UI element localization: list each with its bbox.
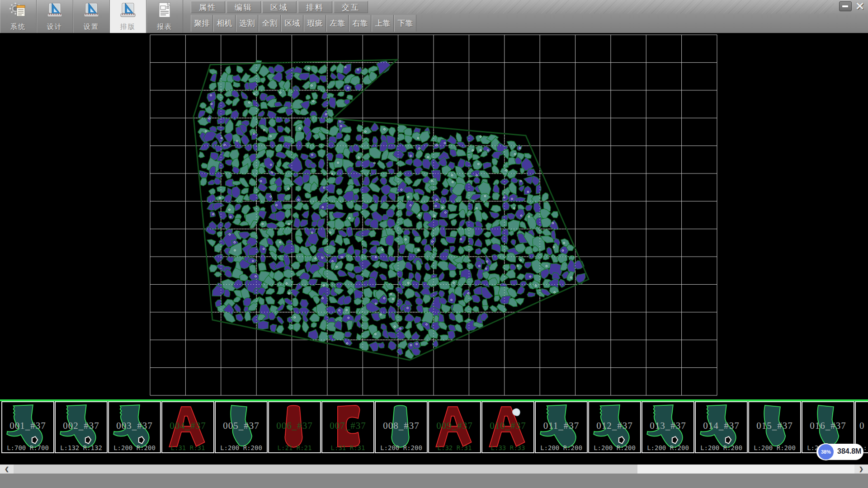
minimize-button[interactable]: [839, 1, 852, 11]
status-bar: [0, 474, 868, 488]
nav-nesting-button[interactable]: 排版: [110, 0, 146, 33]
tool-cluster-nest-button[interactable]: 聚排: [191, 15, 213, 32]
thumbnail-008[interactable]: 008_#37 L:200 R:200: [375, 401, 428, 453]
piece-id: 010_#37: [482, 420, 533, 432]
piece-lr: L:21 R:21: [269, 444, 320, 451]
window-controls: ✕: [839, 1, 865, 11]
piece-id: 015_#37: [749, 420, 800, 432]
menu-tab-bar: 属性 编辑 区域 排料 交互: [191, 1, 368, 13]
bottom-gap: [0, 454, 868, 465]
piece-id: 006_#37: [269, 420, 320, 432]
scroll-left-arrow[interactable]: ❮: [0, 465, 14, 474]
piece-id: 003_#37: [109, 420, 160, 432]
tool-defect-button[interactable]: 瑕疵: [304, 15, 326, 32]
piece-id: 007_#37: [322, 420, 373, 432]
thumbnail-013[interactable]: 013_#37 L:200 R:200: [642, 401, 694, 453]
nesting-canvas[interactable]: [0, 33, 868, 399]
tab-nesting[interactable]: 排料: [298, 1, 332, 13]
piece-lr: L:132 R:132: [56, 444, 107, 451]
piece-lr: L:200 R:200: [642, 444, 693, 451]
tool-align-top-button[interactable]: 上靠: [372, 15, 394, 32]
memory-usage: 384.8M: [837, 447, 861, 455]
piece-lr: L:31 R:31: [162, 444, 213, 451]
piece-id: 001_#37: [2, 420, 53, 432]
nav-report-button[interactable]: 报表: [146, 0, 183, 33]
nav-system-button[interactable]: 系统: [0, 0, 37, 33]
piece-lr: L:33 R:33: [482, 444, 533, 451]
piece-lr: L:200 R:200: [589, 444, 640, 451]
toolbar: 系统 设计 设置: [0, 0, 868, 33]
piece-id: 013_#37: [642, 420, 693, 432]
piece-lr: L:200 R:200: [109, 444, 160, 451]
tab-interact[interactable]: 交互: [334, 1, 368, 13]
thumbnail-005[interactable]: 005_#37 L:200 R:200: [215, 401, 268, 453]
piece-id: 011_#37: [536, 420, 587, 432]
piece-id: 016_#37: [802, 420, 854, 432]
nav-label: 排版: [110, 23, 146, 31]
thumbnail-015[interactable]: 015_#37 L:200 R:200: [748, 401, 801, 453]
system-gear-icon: [9, 1, 27, 20]
piece-lr: L:32 R:31: [429, 444, 480, 451]
nesting-ruler-icon: [119, 1, 137, 20]
thumbnail-004[interactable]: 004_#37 L:31 R:31: [161, 401, 214, 453]
close-button[interactable]: ✕: [854, 1, 865, 11]
thumbnail-002[interactable]: 002_#37 L:132 R:132: [55, 401, 108, 453]
thumbnail-006[interactable]: 006_#37 L:21 R:21: [268, 401, 321, 453]
nav-label: 系统: [0, 23, 36, 31]
piece-lr: L:200 R:200: [749, 444, 800, 451]
nesting-canvas-area[interactable]: [0, 33, 868, 399]
piece-id: 005_#37: [216, 420, 267, 432]
horizontal-scrollbar[interactable]: ❮ ❯: [0, 465, 868, 474]
nav-design-button[interactable]: 设计: [37, 0, 73, 33]
piece-lr: L:200 R:200: [216, 444, 267, 451]
tool-cut-all-button[interactable]: 全割: [259, 15, 281, 32]
thumbnail-014[interactable]: 014_#37 L:200 R:200: [695, 401, 748, 453]
main-nav: 系统 设计 设置: [0, 0, 183, 33]
scroll-right-arrow[interactable]: ❯: [854, 465, 868, 474]
tool-select-cut-button[interactable]: 选割: [236, 15, 258, 32]
tab-region[interactable]: 区域: [262, 1, 297, 13]
piece-lr: L:700 R:700: [2, 444, 53, 451]
design-ruler-icon: [46, 1, 64, 20]
toolbar-texture: [377, 0, 834, 14]
nav-label: 设置: [73, 23, 109, 31]
nav-label: 设计: [37, 23, 73, 31]
piece-lr: L:200 R:200: [696, 444, 747, 451]
tool-camera-button[interactable]: 相机: [213, 15, 236, 32]
piece-lr: L:200 R:200: [376, 444, 427, 451]
nav-label: 报表: [146, 23, 183, 31]
piece-id: 004_#37: [162, 420, 213, 432]
thumbnail-001[interactable]: 001_#37 L:700 R:700: [1, 401, 54, 453]
piece-id: 008_#37: [376, 420, 427, 432]
settings-ruler-icon: [82, 1, 100, 20]
piece-id: 012_#37: [589, 420, 640, 432]
tool-align-right-button[interactable]: 右靠: [349, 15, 371, 32]
thumbnail-009[interactable]: 009_#37 L:32 R:31: [428, 401, 481, 453]
thumbnail-007[interactable]: 007_#37 L:31 R:31: [321, 401, 374, 453]
progress-percent: 38%: [817, 443, 835, 460]
piece-lr: L:31 R:31: [322, 444, 373, 451]
tab-properties[interactable]: 属性: [191, 1, 225, 13]
tab-edit[interactable]: 编辑: [226, 1, 261, 13]
piece-thumbnail-strip: 001_#37 L:700 R:700 002_#37 L:132 R:132 …: [0, 401, 868, 454]
thumbnail-003[interactable]: 003_#37 L:200 R:200: [108, 401, 161, 453]
thumbnail-010[interactable]: 010_#37 L:33 R:33: [481, 401, 534, 453]
thumbnail-011[interactable]: 011_#37 L:200 R:200: [535, 401, 588, 453]
tool-align-left-button[interactable]: 左靠: [326, 15, 349, 32]
piece-id: 014_#37: [696, 420, 747, 432]
thumbnail-012[interactable]: 012_#37 L:200 R:200: [588, 401, 641, 453]
nav-settings-button[interactable]: 设置: [73, 0, 110, 33]
piece-lr: L:200 R:200: [536, 444, 587, 451]
progress-badge[interactable]: 38% 384.8M: [816, 444, 863, 460]
tool-button-row: 聚排 相机 选割 全割 区域 瑕疵 左靠 右靠 上靠 下靠: [191, 15, 416, 32]
piece-id: 002_#37: [56, 420, 107, 432]
tool-align-bottom-button[interactable]: 下靠: [394, 15, 416, 32]
piece-id: 009_#37: [429, 420, 480, 432]
scrollbar-thumb[interactable]: [14, 465, 637, 474]
piece-id: 0: [856, 420, 868, 432]
report-document-icon: [156, 1, 174, 20]
tool-region-button[interactable]: 区域: [281, 15, 303, 32]
